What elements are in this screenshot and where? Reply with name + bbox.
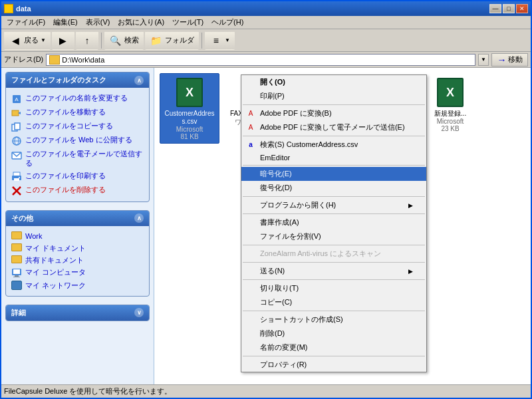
shared-docs-icon bbox=[11, 255, 22, 263]
ctx-archive[interactable]: 書庫作成(A) bbox=[241, 215, 426, 229]
svg-rect-12 bbox=[14, 178, 19, 181]
address-combo-arrow[interactable]: ▼ bbox=[478, 54, 489, 66]
menu-favorites[interactable]: お気に入り(A) bbox=[114, 16, 168, 29]
tasks-collapse-icon[interactable]: ∧ bbox=[134, 76, 144, 85]
ctx-sep-4 bbox=[243, 196, 425, 197]
svg-rect-18 bbox=[15, 275, 19, 277]
ctx-pdf-convert[interactable]: A Adobe PDF に変換(B) bbox=[241, 106, 426, 120]
ctx-sep-7 bbox=[243, 262, 425, 263]
svg-rect-2 bbox=[12, 110, 19, 116]
ctx-decrypt[interactable]: 復号化(D) bbox=[241, 181, 426, 195]
menu-tools[interactable]: ツール(T) bbox=[168, 16, 207, 29]
folders-button[interactable]: 📁 フォルダ bbox=[145, 31, 199, 50]
search-ctx-icon: a bbox=[245, 140, 256, 150]
menu-view[interactable]: 表示(V) bbox=[82, 16, 114, 29]
nav-my-network[interactable]: マイ ネットワーク bbox=[10, 279, 145, 291]
nav-work[interactable]: Work bbox=[10, 230, 145, 242]
close-button[interactable]: ✕ bbox=[516, 4, 528, 13]
delete-icon bbox=[11, 186, 22, 196]
file-item-new-reg[interactable]: 新規登録... Microsoft23 KB bbox=[420, 73, 480, 144]
ctx-send-to[interactable]: 送る(N) ▶ bbox=[241, 264, 426, 278]
ctx-encrypt[interactable]: 暗号化(E) bbox=[241, 167, 426, 181]
menu-file[interactable]: ファイル(F) bbox=[3, 16, 49, 29]
pdf-icon-1: A bbox=[245, 108, 256, 119]
up-button[interactable]: ↑ bbox=[76, 31, 98, 50]
main-content: ファイルとフォルダのタスク ∧ A このファイルの名前を変更する このファイルを… bbox=[1, 68, 531, 384]
menu-edit[interactable]: 編集(E) bbox=[49, 16, 82, 29]
ctx-search[interactable]: a 検索(S) CustomerAddress.csv bbox=[241, 138, 426, 152]
work-folder-icon bbox=[11, 231, 22, 239]
back-button[interactable]: ◀ 戻る ▼ bbox=[4, 31, 51, 50]
addressbar-value[interactable]: D:\Work\data bbox=[62, 56, 472, 64]
tasks-section: ファイルとフォルダのタスク ∧ A このファイルの名前を変更する このファイルを… bbox=[5, 72, 150, 202]
address-folder-icon bbox=[49, 55, 60, 65]
svg-text:A: A bbox=[15, 96, 19, 102]
ctx-rename[interactable]: 名前の変更(M) bbox=[241, 340, 426, 354]
svg-rect-17 bbox=[13, 269, 20, 274]
file-label-5: 新規登録... bbox=[434, 110, 466, 118]
other-collapse-icon[interactable]: ∧ bbox=[134, 213, 144, 223]
task-copy[interactable]: このファイルをコピーする bbox=[10, 120, 145, 134]
my-documents-icon bbox=[11, 243, 22, 251]
addressbar-label: アドレス(D) bbox=[4, 55, 43, 65]
file-icon-wrapper-1 bbox=[174, 76, 205, 108]
excel-icon-5 bbox=[437, 78, 464, 107]
toolbar: ◀ 戻る ▼ ▶ ↑ 🔍 検索 📁 フォルダ ≡ ▼ bbox=[1, 29, 531, 52]
pdf-icon-2: A bbox=[245, 122, 256, 133]
details-expand-icon[interactable]: ∨ bbox=[134, 308, 144, 317]
task-web[interactable]: このファイルを Web に公開する bbox=[10, 134, 145, 148]
ctx-sep-6 bbox=[243, 245, 425, 245]
nav-my-documents[interactable]: マイ ドキュメント bbox=[10, 242, 145, 254]
views-dropdown-arrow: ▼ bbox=[225, 37, 230, 43]
go-arrow-icon: → bbox=[497, 55, 507, 65]
ctx-open[interactable]: 開く(O) bbox=[241, 75, 426, 89]
ctx-sep-1 bbox=[243, 104, 425, 105]
other-header: その他 ∧ bbox=[6, 211, 149, 226]
forward-button[interactable]: ▶ bbox=[52, 31, 74, 50]
minimize-button[interactable]: — bbox=[489, 4, 501, 13]
tasks-header: ファイルとフォルダのタスク ∧ bbox=[6, 72, 149, 88]
ctx-sep-3 bbox=[243, 165, 425, 166]
ctx-pdf-email[interactable]: A Adobe PDF に変換して電子メールで送信(E) bbox=[241, 120, 426, 134]
go-button[interactable]: → 移動 bbox=[491, 53, 528, 66]
web-icon bbox=[11, 136, 22, 146]
nav-shared-docs[interactable]: 共有ドキュメント bbox=[10, 254, 145, 266]
svg-point-13 bbox=[19, 177, 20, 178]
ctx-split[interactable]: ファイルを分割(V) bbox=[241, 229, 426, 243]
ctx-sep-9 bbox=[243, 311, 425, 311]
ctx-scan: ZoneAlarm Anti-virus によるスキャン bbox=[241, 247, 426, 261]
explorer-window: data — □ ✕ ファイル(F) 編集(E) 表示(V) お気に入り(A) … bbox=[0, 0, 532, 399]
svg-rect-5 bbox=[15, 123, 20, 130]
other-section: その他 ∧ Work マイ ドキュメント 共有ドキュメント bbox=[5, 210, 150, 297]
ctx-delete[interactable]: 削除(D) bbox=[241, 327, 426, 340]
details-title: 詳細 bbox=[11, 308, 26, 318]
file-item-customer-address[interactable]: CustomerAddress.csv Microsoft81 KB bbox=[160, 73, 219, 144]
task-rename[interactable]: A このファイルの名前を変更する bbox=[10, 92, 145, 106]
menu-help[interactable]: ヘルプ(H) bbox=[207, 16, 247, 29]
tasks-body: A このファイルの名前を変更する このファイルを移動する このファイルをコピーす… bbox=[6, 88, 149, 201]
task-email[interactable]: このファイルを電子メールで送信する bbox=[10, 148, 145, 170]
views-button[interactable]: ≡ ▼ bbox=[205, 31, 235, 50]
task-move[interactable]: このファイルを移動する bbox=[10, 106, 145, 120]
ctx-properties[interactable]: プロパティ(R) bbox=[241, 358, 426, 372]
ctx-copy[interactable]: コピー(C) bbox=[241, 295, 426, 309]
nav-my-computer[interactable]: マイ コンピュータ bbox=[10, 266, 145, 279]
open-with-arrow: ▶ bbox=[408, 202, 413, 209]
maximize-button[interactable]: □ bbox=[503, 4, 515, 13]
task-delete[interactable]: このファイルを削除する bbox=[10, 184, 145, 198]
ctx-open-with[interactable]: プログラムから開く(H) ▶ bbox=[241, 198, 426, 212]
titlebar: data — □ ✕ bbox=[1, 1, 531, 16]
ctx-cut[interactable]: 切り取り(T) bbox=[241, 281, 426, 295]
my-computer-icon bbox=[11, 267, 22, 278]
search-button[interactable]: 🔍 検索 bbox=[104, 31, 144, 50]
email-icon bbox=[11, 150, 22, 160]
excel-icon-1 bbox=[176, 78, 203, 107]
titlebar-icon bbox=[4, 4, 13, 13]
file-area: CustomerAddress.csv Microsoft81 KB FAX注文… bbox=[154, 68, 531, 384]
task-print[interactable]: このファイルを印刷する bbox=[10, 170, 145, 184]
ctx-shortcut[interactable]: ショートカットの作成(S) bbox=[241, 313, 426, 327]
send-to-arrow: ▶ bbox=[408, 268, 413, 275]
ctx-print[interactable]: 印刷(P) bbox=[241, 89, 426, 103]
ctx-emeditor[interactable]: EmEditor bbox=[241, 152, 426, 164]
views-icon: ≡ bbox=[209, 34, 223, 47]
